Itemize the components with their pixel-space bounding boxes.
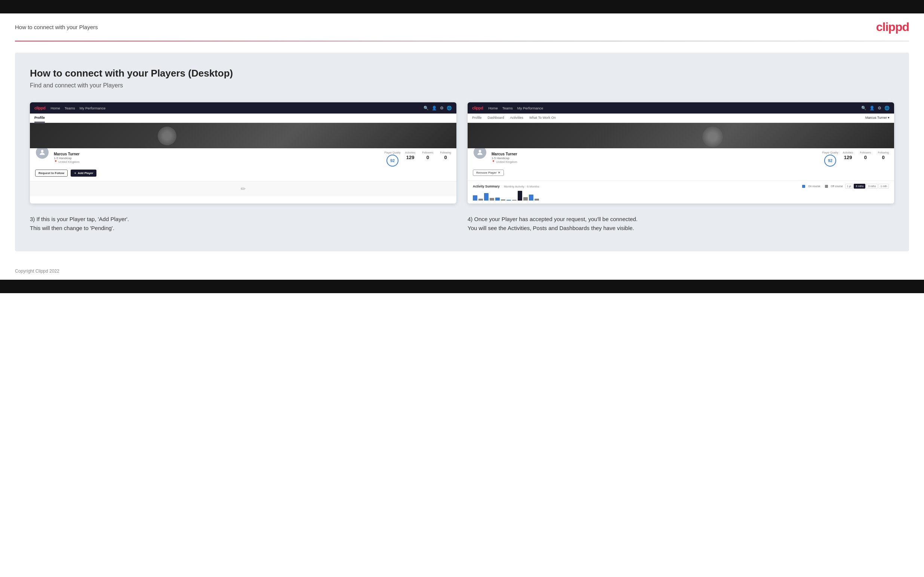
- screenshot-2: clippd Home Teams My Performance 🔍 👤 ⚙ 🌐: [468, 102, 894, 203]
- player-info-2: Marcus Turner 1-5 Handicap 📍 United King…: [491, 152, 817, 164]
- mock-nav-links-2: Home Teams My Performance: [488, 106, 543, 110]
- profile-row-1: Marcus Turner 1-5 Handicap 📍 United King…: [35, 151, 451, 166]
- off-course-label: Off course: [831, 185, 843, 187]
- nav-performance-1[interactable]: My Performance: [80, 106, 106, 110]
- bar-1-on: [473, 195, 477, 201]
- location-pin-icon-2: 📍: [491, 160, 495, 164]
- following-stat-1: Following 0: [440, 151, 451, 160]
- tab-what-to-work-on-2[interactable]: What To Work On: [529, 114, 556, 122]
- time-1mth-btn[interactable]: 1 mth: [879, 184, 889, 189]
- main-content: How to connect with your Players (Deskto…: [15, 53, 909, 251]
- activity-chart: [473, 190, 889, 201]
- tab-activities-2[interactable]: Activities: [510, 114, 524, 122]
- activity-controls: On course Off course 1 yr 6 mths 3 mths …: [802, 184, 889, 189]
- caption-left: 3) If this is your Player tap, 'Add Play…: [30, 215, 456, 233]
- search-icon-2[interactable]: 🔍: [861, 106, 866, 111]
- chevron-down-icon: ▾: [888, 116, 890, 119]
- stats-row-2: Activities 129 Followers 0 Following 0: [843, 151, 889, 160]
- user-icon-1[interactable]: 👤: [432, 106, 437, 111]
- mock-logo-2: clippd: [472, 106, 483, 110]
- mock-logo-1: clippd: [34, 106, 45, 110]
- nav-home-1[interactable]: Home: [50, 106, 60, 110]
- player-quality-2: Player Quality 92: [822, 151, 838, 166]
- location-pin-icon-1: 📍: [54, 160, 58, 164]
- top-bar: [0, 0, 924, 13]
- player-name-2: Marcus Turner: [491, 152, 817, 156]
- add-icon: ＋: [74, 171, 77, 175]
- following-stat-2: Following 0: [878, 151, 889, 160]
- mock-profile-2: Marcus Turner 1-5 Handicap 📍 United King…: [468, 148, 894, 181]
- page-subheading: Find and connect with your Players: [30, 82, 894, 89]
- followers-stat-2: Followers 0: [860, 151, 871, 160]
- time-buttons: 1 yr 6 mths 3 mths 1 mth: [845, 184, 889, 189]
- remove-player-button[interactable]: Remove Player ✕: [473, 169, 504, 176]
- mock-navbar-2: clippd Home Teams My Performance 🔍 👤 ⚙ 🌐: [468, 102, 894, 114]
- header-divider: [15, 41, 909, 42]
- bar-1-off: [478, 199, 483, 201]
- time-6mths-btn[interactable]: 6 mths: [854, 184, 865, 189]
- search-icon-1[interactable]: 🔍: [423, 106, 429, 111]
- player-handicap-1: 1-5 Handicap: [54, 156, 380, 160]
- footer: Copyright Clippd 2022: [0, 263, 924, 280]
- time-3mths-btn[interactable]: 3 mths: [866, 184, 878, 189]
- quality-circle-2: 92: [824, 155, 836, 166]
- bar-2-on: [484, 193, 489, 201]
- settings-icon-2[interactable]: ⚙: [878, 106, 881, 111]
- mock-bottom-area-1: ✏: [30, 181, 456, 196]
- close-icon: ✕: [498, 171, 501, 174]
- globe-icon-1[interactable]: 🌐: [447, 106, 452, 111]
- player-dropdown[interactable]: Marcus Turner ▾: [865, 114, 890, 122]
- bar-6-off: [535, 199, 539, 201]
- on-course-legend-dot: [802, 185, 805, 188]
- nav-home-2[interactable]: Home: [488, 106, 498, 110]
- profile-row-2: Marcus Turner 1-5 Handicap 📍 United King…: [473, 151, 889, 166]
- tab-profile-1[interactable]: Profile: [34, 114, 45, 122]
- tab-profile-2[interactable]: Profile: [472, 114, 482, 122]
- mock-buttons-1: Request to Follow ＋ Add Player: [35, 169, 451, 177]
- nav-teams-1[interactable]: Teams: [65, 106, 75, 110]
- pen-icon: ✏: [241, 185, 246, 192]
- captions-row: 3) If this is your Player tap, 'Add Play…: [30, 215, 894, 233]
- hero-image-1: [30, 123, 456, 148]
- bar-3-off: [501, 200, 506, 201]
- bar-4-off: [512, 200, 517, 201]
- activity-summary: Activity Summary Monthly Activity · 6 Mo…: [468, 181, 894, 203]
- mock-tabs-2: Profile Dashboard Activities What To Wor…: [468, 114, 894, 123]
- mock-buttons-2: Remove Player ✕: [473, 169, 889, 176]
- time-1yr-btn[interactable]: 1 yr: [845, 184, 853, 189]
- followers-stat-1: Followers 0: [422, 151, 433, 160]
- mock-app-1: clippd Home Teams My Performance 🔍 👤 ⚙ 🌐: [30, 102, 456, 196]
- settings-icon-1[interactable]: ⚙: [440, 106, 444, 111]
- mock-profile-1: Marcus Turner 1-5 Handicap 📍 United King…: [30, 148, 456, 181]
- bar-5-on: [518, 191, 522, 201]
- svg-point-1: [479, 150, 481, 152]
- off-course-legend-dot: [825, 185, 828, 188]
- caption-right: 4) Once your Player has accepted your re…: [468, 215, 894, 233]
- activity-legend: On course Off course: [802, 185, 843, 188]
- clippd-logo: clippd: [876, 20, 909, 34]
- mock-nav-icons-1: 🔍 👤 ⚙ 🌐: [423, 106, 452, 111]
- player-handicap-2: 1-5 Handicap: [491, 156, 817, 160]
- activities-stat-2: Activities 129: [843, 151, 853, 160]
- player-name-1: Marcus Turner: [54, 152, 380, 156]
- stats-row-1: Activities 129 Followers 0 Following 0: [405, 151, 451, 160]
- nav-performance-2[interactable]: My Performance: [517, 106, 543, 110]
- page-heading: How to connect with your Players (Deskto…: [30, 68, 894, 79]
- tab-dashboard-2[interactable]: Dashboard: [488, 114, 504, 122]
- request-follow-button[interactable]: Request to Follow: [35, 169, 68, 177]
- bottom-bar: [0, 280, 924, 293]
- bar-2-off: [489, 198, 494, 201]
- activity-left: Activity Summary Monthly Activity · 6 Mo…: [473, 184, 540, 188]
- bar-4-on: [506, 200, 511, 201]
- header-title: How to connect with your Players: [15, 24, 98, 30]
- mock-navbar-1: clippd Home Teams My Performance 🔍 👤 ⚙ 🌐: [30, 102, 456, 114]
- screenshots-row: clippd Home Teams My Performance 🔍 👤 ⚙ 🌐: [30, 102, 894, 203]
- globe-icon-2[interactable]: 🌐: [884, 106, 890, 111]
- nav-teams-2[interactable]: Teams: [502, 106, 513, 110]
- mock-nav-icons-2: 🔍 👤 ⚙ 🌐: [861, 106, 890, 111]
- copyright-text: Copyright Clippd 2022: [15, 269, 60, 274]
- player-quality-1: Player Quality 92: [384, 151, 401, 166]
- user-icon-2[interactable]: 👤: [869, 106, 875, 111]
- add-player-button[interactable]: ＋ Add Player: [71, 169, 97, 177]
- bar-5-off: [523, 197, 528, 201]
